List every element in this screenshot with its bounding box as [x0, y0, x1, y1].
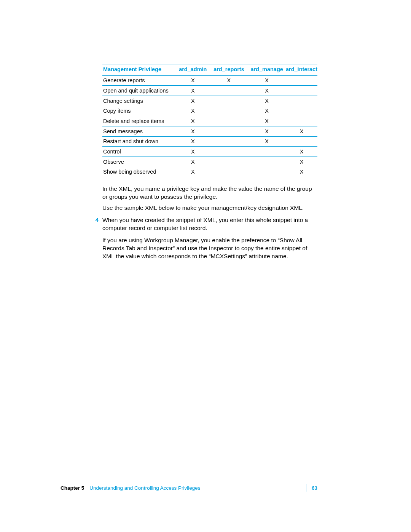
table-row: Delete and replace itemsXX — [102, 116, 317, 126]
header-management-privilege: Management Privilege — [102, 64, 176, 76]
table-row: Change settingsXX — [102, 96, 317, 106]
step-body: When you have created the snippet of XML… — [102, 216, 317, 264]
privilege-cell: X — [286, 147, 317, 157]
table-row: Open and quit applicationsXX — [102, 86, 317, 96]
privilege-name: Change settings — [102, 96, 176, 106]
privilege-cell — [210, 116, 248, 126]
paragraph: In the XML, you name a privilege key and… — [102, 185, 317, 201]
privilege-cell: X — [248, 96, 286, 106]
table-row: Copy itemsXX — [102, 106, 317, 116]
step-number: 4 — [91, 216, 99, 264]
page-content: Management Privilege ard_admin ard_repor… — [102, 64, 317, 264]
privilege-name: Observe — [102, 157, 176, 167]
privilege-cell: X — [176, 86, 210, 96]
privilege-cell: X — [176, 96, 210, 106]
header-ard-admin: ard_admin — [176, 64, 210, 76]
table-row: Restart and shut downXX — [102, 136, 317, 147]
privilege-cell: X — [248, 116, 286, 126]
header-ard-reports: ard_reports — [210, 64, 248, 76]
privilege-cell — [210, 86, 248, 96]
page-footer: Chapter 5 Understanding and Controlling … — [61, 484, 317, 492]
privilege-cell — [286, 75, 317, 86]
paragraph: When you have created the snippet of XML… — [102, 216, 317, 232]
privilege-cell — [286, 86, 317, 96]
paragraph: Use the sample XML below to make your ma… — [102, 204, 317, 212]
privilege-name: Generate reports — [102, 75, 176, 86]
privilege-name: Control — [102, 147, 176, 157]
privilege-cell — [248, 147, 286, 157]
privilege-cell — [286, 116, 317, 126]
privilege-cell — [248, 157, 286, 167]
privilege-cell — [286, 96, 317, 106]
privilege-cell — [248, 167, 286, 177]
privilege-cell — [210, 106, 248, 116]
header-ard-manage: ard_manage — [248, 64, 286, 76]
privilege-name: Copy items — [102, 106, 176, 116]
privilege-cell — [210, 96, 248, 106]
privilege-name: Restart and shut down — [102, 136, 176, 147]
privilege-cell: X — [210, 75, 248, 86]
table-header-row: Management Privilege ard_admin ard_repor… — [102, 64, 317, 76]
privilege-cell: X — [286, 157, 317, 167]
header-ard-interact: ard_interact — [286, 64, 317, 76]
table-row: Generate reportsXXX — [102, 75, 317, 86]
privilege-cell — [286, 136, 317, 147]
privilege-cell — [210, 167, 248, 177]
privilege-name: Show being observed — [102, 167, 176, 177]
page-number: 63 — [312, 485, 317, 491]
privilege-cell — [210, 157, 248, 167]
privilege-cell: X — [176, 136, 210, 147]
chapter-title: Understanding and Controlling Access Pri… — [89, 485, 200, 491]
table-row: Show being observedXX — [102, 167, 317, 177]
privilege-cell: X — [248, 136, 286, 147]
footer-rule — [306, 484, 306, 492]
privilege-cell: X — [248, 126, 286, 137]
privilege-cell: X — [286, 126, 317, 137]
numbered-step: 4 When you have created the snippet of X… — [102, 216, 317, 264]
privilege-name: Open and quit applications — [102, 86, 176, 96]
privilege-cell — [286, 106, 317, 116]
privilege-cell: X — [248, 86, 286, 96]
table-row: Send messagesXXX — [102, 126, 317, 137]
privilege-cell: X — [248, 106, 286, 116]
chapter-label: Chapter 5 — [61, 485, 84, 491]
privilege-name: Send messages — [102, 126, 176, 137]
privilege-cell: X — [176, 157, 210, 167]
privilege-cell: X — [176, 167, 210, 177]
privilege-name: Delete and replace items — [102, 116, 176, 126]
body-text: In the XML, you name a privilege key and… — [102, 185, 317, 263]
privilege-cell: X — [176, 106, 210, 116]
privilege-cell: X — [248, 75, 286, 86]
table-row: ObserveXX — [102, 157, 317, 167]
table-row: ControlXX — [102, 147, 317, 157]
paragraph: If you are using Workgroup Manager, you … — [102, 236, 317, 260]
privilege-cell: X — [286, 167, 317, 177]
privilege-cell — [210, 136, 248, 147]
privilege-cell: X — [176, 126, 210, 137]
privilege-cell: X — [176, 75, 210, 86]
privilege-cell — [210, 147, 248, 157]
privilege-cell: X — [176, 116, 210, 126]
privilege-cell — [210, 126, 248, 137]
privilege-cell: X — [176, 147, 210, 157]
privilege-table: Management Privilege ard_admin ard_repor… — [102, 64, 317, 177]
